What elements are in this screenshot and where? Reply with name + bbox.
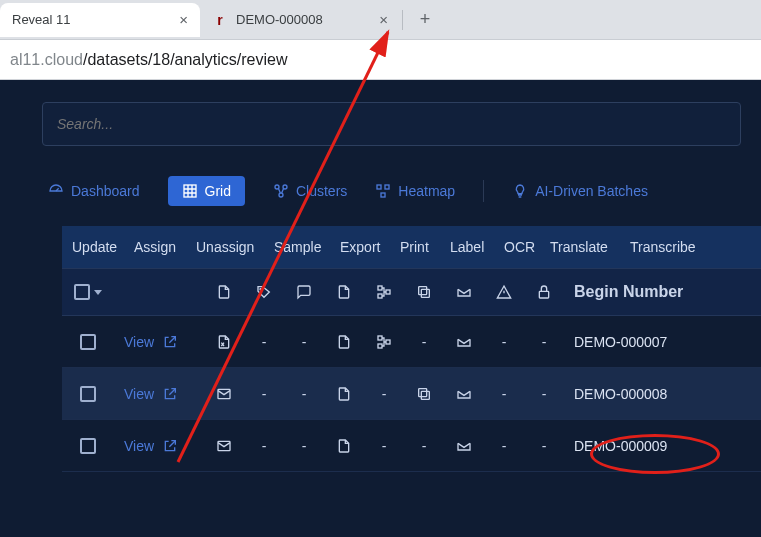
col-lock-icon[interactable]	[524, 284, 564, 300]
close-icon[interactable]: ×	[379, 11, 388, 28]
view-tabs: Dashboard Grid Clusters Heatmap AI-Drive…	[22, 176, 761, 226]
search-input[interactable]	[57, 116, 726, 132]
cell-read	[444, 334, 484, 350]
cell-lock: -	[524, 386, 564, 402]
row-checkbox[interactable]	[62, 386, 114, 402]
action-translate[interactable]: Translate	[540, 239, 620, 255]
gauge-icon	[48, 183, 64, 199]
cell-family	[364, 334, 404, 350]
col-thread-icon[interactable]	[284, 284, 324, 300]
cell-begin-number: DEMO-000008	[564, 386, 724, 402]
action-unassign[interactable]: Unassign	[186, 239, 264, 255]
col-begin-number[interactable]: Begin Number	[564, 283, 724, 301]
table-actions-header: Update Assign Unassign Sample Export Pri…	[62, 226, 761, 268]
view-link[interactable]: View	[114, 438, 204, 454]
chevron-down-icon	[94, 290, 102, 295]
row-checkbox[interactable]	[62, 334, 114, 350]
cell-filetype	[204, 386, 244, 402]
table-column-header: Begin Number	[62, 268, 761, 316]
svg-rect-0	[184, 185, 196, 197]
address-bar[interactable]: al11.cloud/datasets/18/analytics/review	[0, 40, 761, 80]
browser-tab-reveal[interactable]: Reveal 11 ×	[0, 3, 200, 37]
search-box[interactable]	[42, 102, 741, 146]
bulb-icon	[512, 183, 528, 199]
tab-clusters[interactable]: Clusters	[273, 183, 347, 199]
col-doc-icon[interactable]	[324, 284, 364, 300]
cell-dup: -	[404, 334, 444, 350]
svg-rect-4	[377, 185, 381, 189]
table-row[interactable]: View - - - - - DEMO-000007	[62, 316, 761, 368]
cell-alert: -	[484, 386, 524, 402]
svg-point-7	[260, 289, 261, 290]
cell-tag: -	[244, 334, 284, 350]
browser-tab-demo[interactable]: r DEMO-000008 ×	[200, 3, 400, 37]
url-text: al11.cloud/datasets/18/analytics/review	[6, 51, 288, 69]
table-row[interactable]: View - - - - - DEMO-000008	[62, 368, 761, 420]
action-label[interactable]: Label	[440, 239, 494, 255]
col-filetype-icon[interactable]	[204, 284, 244, 300]
clusters-icon	[273, 183, 289, 199]
action-ocr[interactable]: OCR	[494, 239, 540, 255]
svg-rect-18	[421, 391, 429, 399]
heatmap-icon	[375, 183, 391, 199]
cell-lock: -	[524, 334, 564, 350]
svg-rect-16	[386, 340, 390, 344]
select-all-checkbox[interactable]	[62, 284, 114, 300]
col-dup-icon[interactable]	[404, 284, 444, 300]
action-transcribe[interactable]: Transcribe	[620, 239, 700, 255]
tab-title: Reveal 11	[12, 12, 71, 27]
view-link[interactable]: View	[114, 386, 204, 402]
col-alert-icon[interactable]	[484, 284, 524, 300]
cell-begin-number: DEMO-000007	[564, 334, 724, 350]
cell-read	[444, 386, 484, 402]
cell-alert: -	[484, 334, 524, 350]
col-tag-icon[interactable]	[244, 284, 284, 300]
action-print[interactable]: Print	[390, 239, 440, 255]
svg-rect-10	[386, 290, 390, 294]
tab-title: DEMO-000008	[236, 12, 323, 27]
close-icon[interactable]: ×	[179, 11, 188, 28]
table-row[interactable]: View - - - - - - DEMO-000009	[62, 420, 761, 472]
cell-tag: -	[244, 386, 284, 402]
svg-rect-12	[419, 287, 427, 295]
tab-heatmap[interactable]: Heatmap	[375, 183, 455, 199]
row-checkbox[interactable]	[62, 438, 114, 454]
new-tab-button[interactable]: +	[411, 6, 439, 34]
action-update[interactable]: Update	[62, 239, 124, 255]
view-link[interactable]: View	[114, 334, 204, 350]
cell-doc	[324, 334, 364, 350]
cell-filetype	[204, 438, 244, 454]
col-read-icon[interactable]	[444, 284, 484, 300]
cell-family: -	[364, 386, 404, 402]
cell-doc	[324, 386, 364, 402]
tab-ai-batches[interactable]: AI-Driven Batches	[512, 183, 648, 199]
tab-dashboard[interactable]: Dashboard	[48, 183, 140, 199]
svg-rect-14	[378, 336, 382, 340]
cell-family: -	[364, 438, 404, 454]
action-sample[interactable]: Sample	[264, 239, 330, 255]
tab-separator	[402, 10, 403, 30]
cell-thread: -	[284, 438, 324, 454]
cell-begin-number: DEMO-000009	[564, 438, 724, 454]
results-table: Update Assign Unassign Sample Export Pri…	[62, 226, 761, 472]
cell-thread: -	[284, 334, 324, 350]
tab-grid[interactable]: Grid	[168, 176, 245, 206]
svg-rect-8	[378, 286, 382, 290]
svg-rect-5	[385, 185, 389, 189]
action-assign[interactable]: Assign	[124, 239, 186, 255]
cell-doc	[324, 438, 364, 454]
cell-alert: -	[484, 438, 524, 454]
cell-tag: -	[244, 438, 284, 454]
cell-dup: -	[404, 438, 444, 454]
app-root: Dashboard Grid Clusters Heatmap AI-Drive…	[0, 80, 761, 537]
separator	[483, 180, 484, 202]
action-export[interactable]: Export	[330, 239, 390, 255]
grid-icon	[182, 183, 198, 199]
col-family-icon[interactable]	[364, 284, 404, 300]
svg-rect-6	[381, 193, 385, 197]
browser-tab-strip: Reveal 11 × r DEMO-000008 × +	[0, 0, 761, 40]
svg-rect-15	[378, 344, 382, 348]
cell-thread: -	[284, 386, 324, 402]
svg-point-3	[279, 193, 283, 197]
favicon-icon: r	[212, 12, 228, 28]
